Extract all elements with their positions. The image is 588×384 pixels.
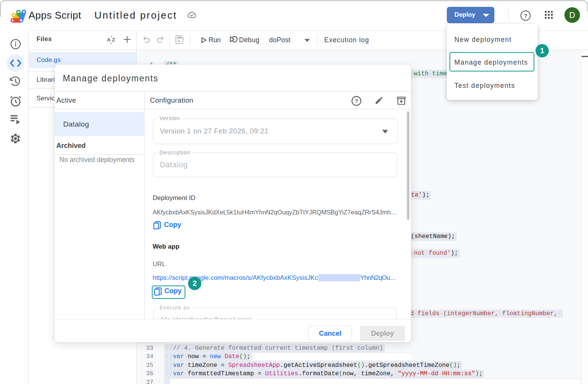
svg-text:Z: Z (112, 37, 115, 43)
svg-text:?: ? (355, 98, 358, 104)
svg-text:A: A (107, 37, 111, 43)
